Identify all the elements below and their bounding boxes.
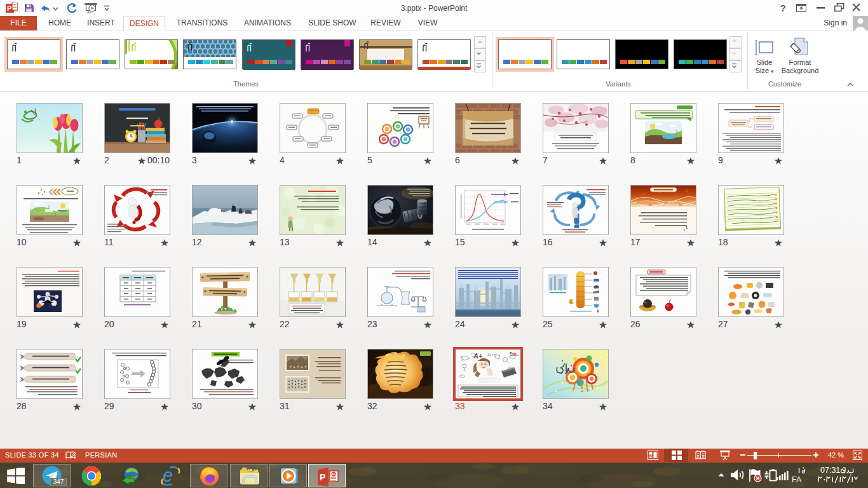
svg-text:A+: A+: [473, 352, 483, 360]
svg-text:2x+y: 2x+y: [487, 353, 496, 356]
svg-text:?: ?: [780, 4, 786, 13]
svg-text:Pop: Pop: [510, 351, 517, 355]
svg-text:P: P: [320, 472, 325, 482]
svg-text:e: e: [163, 465, 173, 485]
